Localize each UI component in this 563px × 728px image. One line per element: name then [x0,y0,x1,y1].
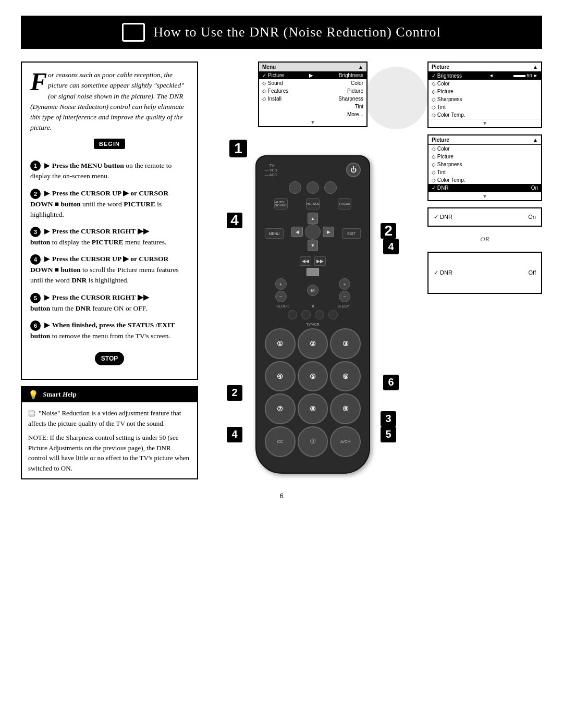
sleep-label: SLEEP [337,304,349,308]
step-5-label: Press the CURSOR RIGHT ▶▶ [52,293,149,301]
step-2-arrow: ▶ [44,189,50,197]
remote-control: 1 — TV — VCR — ACC ⏻ [255,155,370,474]
step-1-number: 1 [30,161,41,171]
step-3-label: Press the CURSOR RIGHT ▶▶ [52,227,149,235]
playback-row: ◀◀ ▶▶ [265,256,361,266]
step-4-number: 4 [30,254,41,265]
tv-label: — TV [265,164,277,167]
cursor-down-button[interactable]: ▼ [308,240,318,251]
step-4: 4 ▶ Press the CURSOR UP ▶ or CURSOR DOWN… [30,254,189,286]
step-5: 5 ▶ Press the CURSOR RIGHT ▶▶ button tur… [30,292,189,314]
small-btn-2[interactable] [301,310,311,319]
step-overlay-3: 3 [381,411,396,427]
channel-up-button[interactable]: + [339,278,350,290]
dnr-off-label: ✓ DNR [434,269,452,276]
icon-row: AUTOSOUND PICTURE FOCUS [265,198,361,209]
num-1-button[interactable]: ① [265,328,296,359]
picture-button[interactable]: PICTURE [306,198,320,209]
step-5-arrow: ▶ [44,293,50,301]
cursor-left-button[interactable]: ◀ [291,227,303,237]
page-title: How to Use the DNR (Noise Reduction) Con… [153,24,441,40]
smart-help-label: Smart Help [43,390,77,399]
step-1-label: Press the MENU button [52,162,124,169]
num-7-button[interactable]: ⑦ [265,393,296,424]
dpad: ▲ ◀ ▶ ▼ [291,213,334,251]
num-9-button[interactable]: ⑨ [330,393,361,424]
vol-ch-section: + − M + − [265,278,361,302]
step-overlay-5: 5 [381,427,396,442]
rewind-button[interactable]: ◀◀ [300,256,311,266]
step-overlay-4-right: 4 [383,239,399,254]
auto-sound-button[interactable]: AUTOSOUND [274,198,288,209]
drop-cap: F [30,72,47,92]
source-labels: — TV — VCR — ACC [265,164,277,177]
dnr-on-label: ✓ DNR [434,214,452,220]
lines-icon: ▤ [28,409,35,417]
stop-button[interactable] [307,268,319,276]
page-number: 6 [21,492,542,500]
step-4-arrow: ▶ [44,255,50,263]
step-overlay-2: 2 [381,223,396,239]
step-overlay-4-left: 4 [227,213,242,228]
screen-box-dnr-on-indicator: ✓ DNR On [427,207,542,227]
stop-badge: STOP [95,352,124,365]
tv-icon [122,23,145,42]
volume-up-button[interactable]: + [275,278,287,290]
begin-badge: BEGIN [94,139,125,149]
right-column: Picture▲ ✓ Brightness ◄50 ► ◇ Color ◇ Pi… [427,61,542,294]
num-8-button[interactable]: ⑧ [298,393,328,424]
numpad: ① ② ③ ④ ⑤ ⑥ ⑦ ⑧ ⑨ [265,328,361,424]
screen-box-dnr-on: Picture▲ ◇ Color ◇ Picture ◇ Sharpness ◇… [427,134,542,201]
cursor-up-button[interactable]: ▲ [308,213,318,224]
num-4-button[interactable]: ④ [265,361,296,392]
circle-btn-2[interactable] [307,181,319,194]
step-5-number: 5 [30,293,41,303]
step-6-label: When finished, press the STATUS /EXIT bu… [30,321,175,340]
circle-btn-3[interactable] [324,181,337,194]
brightness-row: ✓ Brightness ◄50 ► [429,72,541,80]
channel-buttons: + − [339,278,350,302]
tvvcr-label: TV/VCR [265,323,361,326]
step-2-number: 2 [30,189,41,199]
small-btn-3[interactable] [315,310,324,319]
num-5-button[interactable]: ⑤ [298,361,328,392]
volume-down-button[interactable]: − [275,291,287,302]
step-6-arrow: ▶ [44,321,50,329]
screen-box-brightness: Picture▲ ✓ Brightness ◄50 ► ◇ Color ◇ Pi… [427,61,542,128]
fastforward-button[interactable]: ▶▶ [314,256,326,266]
focus-button[interactable]: FOCUS [338,198,351,209]
step-6: 6 ▶ When finished, press the STATUS /EXI… [30,320,189,341]
clock-label: CLOCK [276,304,289,308]
ii-label: II [312,304,314,308]
dpad-center[interactable] [305,224,321,240]
small-buttons-row [265,310,361,319]
step-overlay-4-bottom: 4 [227,427,242,442]
main-layout: For reasons such as poor cable reception… [21,61,542,479]
dnr-on-value: On [528,214,536,220]
ach-button[interactable]: A/CH [330,426,361,457]
step-3: 3 ▶ Press the CURSOR RIGHT ▶▶ button to … [30,226,189,248]
num-3-button[interactable]: ③ [330,328,361,359]
num-2-button[interactable]: ② [298,328,328,359]
vcr-label: — VCR [265,168,277,172]
exit-button[interactable]: EXIT [342,228,361,239]
circle-buttons [265,181,361,194]
dnr-off-value: Off [529,269,536,276]
small-btn-4[interactable] [328,310,338,319]
cc-button[interactable]: CC [265,426,296,457]
smart-help-title: 💡 Smart Help [22,387,197,402]
circle-btn-1[interactable] [289,181,301,194]
mute-button[interactable]: M [307,285,319,296]
bulb-icon: 💡 [28,390,39,400]
cursor-right-button[interactable]: ▶ [323,227,334,237]
dnr-on-row: ✓ DNROn [429,184,541,192]
step-overlay-1: 1 [229,140,247,157]
num-6-button[interactable]: ⑥ [330,361,361,392]
small-btn-1[interactable] [288,310,297,319]
menu-button[interactable]: MENU [265,228,284,239]
power-button[interactable]: ⏻ [346,163,361,177]
menu-screen-1: Menu▲ ✓ Picture▶Brightness ◇ SoundColor … [258,61,368,127]
num-0-button[interactable]: ⓪ [298,426,328,457]
step-overlay-6: 6 [383,375,399,390]
channel-down-button[interactable]: − [339,291,350,302]
